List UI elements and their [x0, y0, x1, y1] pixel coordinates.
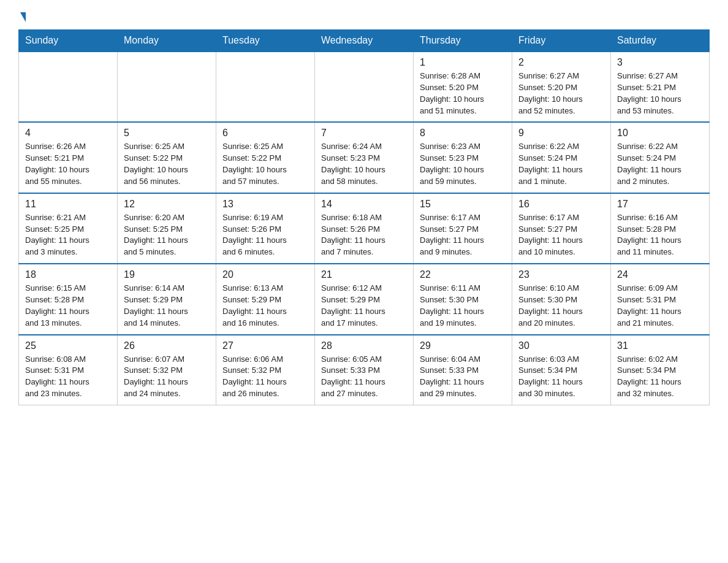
calendar-cell: 1Sunrise: 6:28 AM Sunset: 5:20 PM Daylig… — [414, 52, 512, 122]
calendar-cell: 30Sunrise: 6:03 AM Sunset: 5:34 PM Dayli… — [512, 335, 611, 405]
calendar-cell — [118, 52, 216, 122]
day-info: Sunrise: 6:09 AM Sunset: 5:31 PM Dayligh… — [617, 283, 703, 329]
day-info: Sunrise: 6:10 AM Sunset: 5:30 PM Dayligh… — [518, 283, 604, 329]
day-info: Sunrise: 6:22 AM Sunset: 5:24 PM Dayligh… — [617, 141, 703, 187]
calendar-cell: 11Sunrise: 6:21 AM Sunset: 5:25 PM Dayli… — [19, 193, 118, 264]
day-number: 1 — [420, 57, 506, 68]
day-number: 22 — [420, 269, 506, 280]
day-number: 9 — [518, 128, 604, 139]
day-number: 24 — [617, 269, 703, 280]
day-info: Sunrise: 6:26 AM Sunset: 5:21 PM Dayligh… — [25, 141, 111, 187]
calendar-table: SundayMondayTuesdayWednesdayThursdayFrid… — [18, 29, 710, 405]
day-info: Sunrise: 6:12 AM Sunset: 5:29 PM Dayligh… — [321, 283, 407, 329]
day-info: Sunrise: 6:25 AM Sunset: 5:22 PM Dayligh… — [222, 141, 308, 187]
logo-arrow-icon — [20, 12, 26, 22]
day-info: Sunrise: 6:21 AM Sunset: 5:25 PM Dayligh… — [25, 212, 111, 258]
calendar-week-row: 1Sunrise: 6:28 AM Sunset: 5:20 PM Daylig… — [19, 52, 710, 122]
day-info: Sunrise: 6:24 AM Sunset: 5:23 PM Dayligh… — [321, 141, 407, 187]
day-number: 10 — [617, 128, 703, 139]
calendar-cell: 22Sunrise: 6:11 AM Sunset: 5:30 PM Dayli… — [414, 264, 512, 334]
day-number: 11 — [25, 199, 111, 210]
calendar-cell: 12Sunrise: 6:20 AM Sunset: 5:25 PM Dayli… — [118, 193, 216, 264]
day-number: 2 — [518, 57, 604, 68]
day-number: 26 — [124, 340, 210, 351]
day-info: Sunrise: 6:05 AM Sunset: 5:33 PM Dayligh… — [321, 354, 407, 400]
weekday-header-sunday: Sunday — [19, 30, 118, 52]
day-info: Sunrise: 6:14 AM Sunset: 5:29 PM Dayligh… — [124, 283, 210, 329]
calendar-cell: 15Sunrise: 6:17 AM Sunset: 5:27 PM Dayli… — [414, 193, 512, 264]
calendar-cell: 13Sunrise: 6:19 AM Sunset: 5:26 PM Dayli… — [216, 193, 315, 264]
calendar-cell: 8Sunrise: 6:23 AM Sunset: 5:23 PM Daylig… — [414, 122, 512, 193]
day-info: Sunrise: 6:27 AM Sunset: 5:21 PM Dayligh… — [617, 71, 703, 117]
day-info: Sunrise: 6:15 AM Sunset: 5:28 PM Dayligh… — [25, 283, 111, 329]
day-number: 15 — [420, 199, 506, 210]
day-number: 30 — [518, 340, 604, 351]
calendar-week-row: 11Sunrise: 6:21 AM Sunset: 5:25 PM Dayli… — [19, 193, 710, 264]
calendar-cell: 4Sunrise: 6:26 AM Sunset: 5:21 PM Daylig… — [19, 122, 118, 193]
calendar-cell: 9Sunrise: 6:22 AM Sunset: 5:24 PM Daylig… — [512, 122, 611, 193]
day-info: Sunrise: 6:19 AM Sunset: 5:26 PM Dayligh… — [222, 212, 308, 258]
calendar-week-row: 25Sunrise: 6:08 AM Sunset: 5:31 PM Dayli… — [19, 335, 710, 405]
day-number: 19 — [124, 269, 210, 280]
day-number: 4 — [25, 128, 111, 139]
calendar-cell: 31Sunrise: 6:02 AM Sunset: 5:34 PM Dayli… — [611, 335, 710, 405]
calendar-cell: 26Sunrise: 6:07 AM Sunset: 5:32 PM Dayli… — [118, 335, 216, 405]
calendar-cell — [19, 52, 118, 122]
calendar-cell: 7Sunrise: 6:24 AM Sunset: 5:23 PM Daylig… — [315, 122, 414, 193]
day-number: 28 — [321, 340, 407, 351]
day-number: 3 — [617, 57, 703, 68]
day-number: 6 — [222, 128, 308, 139]
calendar-cell: 19Sunrise: 6:14 AM Sunset: 5:29 PM Dayli… — [118, 264, 216, 334]
day-info: Sunrise: 6:17 AM Sunset: 5:27 PM Dayligh… — [518, 212, 604, 258]
weekday-header-monday: Monday — [118, 30, 216, 52]
day-info: Sunrise: 6:06 AM Sunset: 5:32 PM Dayligh… — [222, 354, 308, 400]
day-info: Sunrise: 6:20 AM Sunset: 5:25 PM Dayligh… — [124, 212, 210, 258]
calendar-cell: 28Sunrise: 6:05 AM Sunset: 5:33 PM Dayli… — [315, 335, 414, 405]
day-number: 14 — [321, 199, 407, 210]
day-number: 5 — [124, 128, 210, 139]
day-info: Sunrise: 6:22 AM Sunset: 5:24 PM Dayligh… — [518, 141, 604, 187]
calendar-cell: 27Sunrise: 6:06 AM Sunset: 5:32 PM Dayli… — [216, 335, 315, 405]
calendar-cell: 29Sunrise: 6:04 AM Sunset: 5:33 PM Dayli… — [414, 335, 512, 405]
day-number: 16 — [518, 199, 604, 210]
calendar-cell — [315, 52, 414, 122]
day-number: 20 — [222, 269, 308, 280]
day-info: Sunrise: 6:08 AM Sunset: 5:31 PM Dayligh… — [25, 354, 111, 400]
day-number: 7 — [321, 128, 407, 139]
calendar-week-row: 4Sunrise: 6:26 AM Sunset: 5:21 PM Daylig… — [19, 122, 710, 193]
calendar-cell: 18Sunrise: 6:15 AM Sunset: 5:28 PM Dayli… — [19, 264, 118, 334]
day-number: 29 — [420, 340, 506, 351]
calendar-cell: 3Sunrise: 6:27 AM Sunset: 5:21 PM Daylig… — [611, 52, 710, 122]
weekday-header-row: SundayMondayTuesdayWednesdayThursdayFrid… — [19, 30, 710, 52]
day-number: 23 — [518, 269, 604, 280]
weekday-header-tuesday: Tuesday — [216, 30, 315, 52]
calendar-cell: 21Sunrise: 6:12 AM Sunset: 5:29 PM Dayli… — [315, 264, 414, 334]
day-info: Sunrise: 6:11 AM Sunset: 5:30 PM Dayligh… — [420, 283, 506, 329]
calendar-cell: 10Sunrise: 6:22 AM Sunset: 5:24 PM Dayli… — [611, 122, 710, 193]
day-info: Sunrise: 6:18 AM Sunset: 5:26 PM Dayligh… — [321, 212, 407, 258]
day-info: Sunrise: 6:07 AM Sunset: 5:32 PM Dayligh… — [124, 354, 210, 400]
day-info: Sunrise: 6:17 AM Sunset: 5:27 PM Dayligh… — [420, 212, 506, 258]
calendar-week-row: 18Sunrise: 6:15 AM Sunset: 5:28 PM Dayli… — [19, 264, 710, 334]
day-info: Sunrise: 6:16 AM Sunset: 5:28 PM Dayligh… — [617, 212, 703, 258]
day-info: Sunrise: 6:03 AM Sunset: 5:34 PM Dayligh… — [518, 354, 604, 400]
calendar-cell — [216, 52, 315, 122]
day-number: 31 — [617, 340, 703, 351]
day-number: 27 — [222, 340, 308, 351]
day-info: Sunrise: 6:13 AM Sunset: 5:29 PM Dayligh… — [222, 283, 308, 329]
day-number: 25 — [25, 340, 111, 351]
calendar-cell: 6Sunrise: 6:25 AM Sunset: 5:22 PM Daylig… — [216, 122, 315, 193]
day-info: Sunrise: 6:04 AM Sunset: 5:33 PM Dayligh… — [420, 354, 506, 400]
day-number: 21 — [321, 269, 407, 280]
day-number: 17 — [617, 199, 703, 210]
day-info: Sunrise: 6:28 AM Sunset: 5:20 PM Dayligh… — [420, 71, 506, 117]
calendar-cell: 17Sunrise: 6:16 AM Sunset: 5:28 PM Dayli… — [611, 193, 710, 264]
day-info: Sunrise: 6:02 AM Sunset: 5:34 PM Dayligh… — [617, 354, 703, 400]
calendar-cell: 23Sunrise: 6:10 AM Sunset: 5:30 PM Dayli… — [512, 264, 611, 334]
day-info: Sunrise: 6:25 AM Sunset: 5:22 PM Dayligh… — [124, 141, 210, 187]
calendar-cell: 14Sunrise: 6:18 AM Sunset: 5:26 PM Dayli… — [315, 193, 414, 264]
day-number: 8 — [420, 128, 506, 139]
page-header — [18, 12, 710, 23]
day-number: 12 — [124, 199, 210, 210]
weekday-header-wednesday: Wednesday — [315, 30, 414, 52]
